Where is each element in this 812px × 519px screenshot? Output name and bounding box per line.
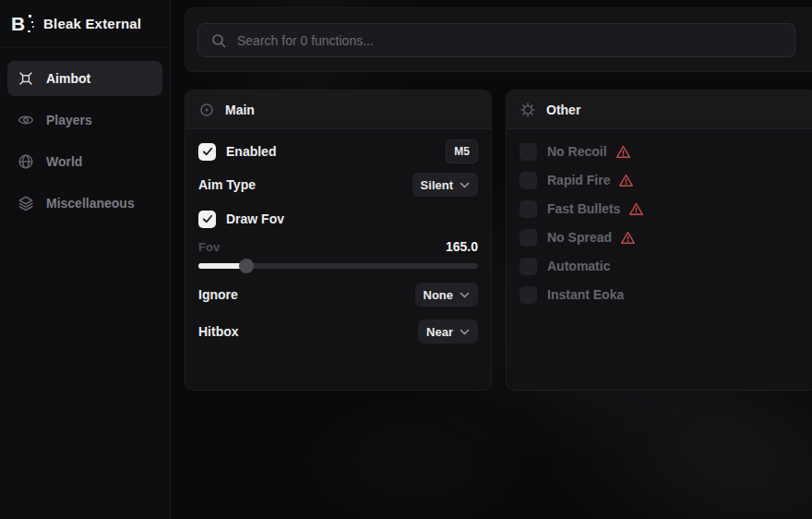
panel-main-header: Main — [185, 91, 491, 129]
sidebar-item-label: Players — [46, 113, 92, 127]
chevron-down-icon — [460, 292, 470, 298]
automatic-label: Automatic — [547, 259, 610, 273]
no-spread-label: No Spread — [547, 230, 612, 245]
instant-eoka-row: Instant Eoka — [519, 283, 804, 307]
instant-eoka-label: Instant Eoka — [547, 287, 624, 302]
no-spread-checkbox[interactable] — [519, 229, 537, 247]
fov-value: 165.0 — [446, 239, 478, 254]
sidebar-item-label: Miscellaneous — [46, 196, 135, 211]
draw-fov-row: Draw Fov — [198, 207, 478, 231]
target-icon — [199, 103, 214, 117]
no-recoil-label: No Recoil — [547, 144, 607, 159]
fast-bullets-label: Fast Bullets — [547, 201, 620, 216]
search-placeholder: Search for 0 functions... — [237, 33, 374, 48]
sidebar-item-players[interactable]: Players — [7, 103, 162, 138]
ignore-value: None — [424, 288, 454, 302]
hitbox-value: Near — [426, 325, 453, 339]
enabled-row: Enabled M5 — [198, 139, 478, 163]
sidebar-item-aimbot[interactable]: Aimbot — [7, 61, 162, 96]
rapid-fire-row: Rapid Fire — [519, 168, 804, 192]
globe-icon — [18, 153, 34, 170]
hitbox-dropdown[interactable]: Near — [418, 320, 478, 344]
check-icon — [202, 213, 213, 224]
warning-icon — [615, 144, 631, 160]
fov-slider-fill — [198, 263, 245, 269]
panel-title: Other — [546, 103, 580, 117]
aim-type-value: Silent — [421, 178, 453, 192]
app-header: B Bleak External — [0, 0, 170, 48]
rapid-fire-label: Rapid Fire — [547, 173, 610, 187]
hitbox-row: Hitbox Near — [198, 320, 478, 344]
sidebar-item-miscellaneous[interactable]: Miscellaneous — [7, 186, 162, 221]
chevron-down-icon — [460, 329, 470, 335]
ignore-dropdown[interactable]: None — [415, 283, 479, 307]
fast-bullets-checkbox[interactable] — [519, 200, 537, 218]
panel-title: Main — [225, 103, 255, 117]
automatic-checkbox[interactable] — [519, 258, 537, 275]
search-icon — [211, 33, 226, 48]
rapid-fire-checkbox[interactable] — [519, 172, 537, 189]
panel-main-body: Enabled M5 Aim Type Silent — [185, 129, 491, 344]
main-content: Search for 0 functions... Main Enabled — [171, 0, 812, 519]
search-bar-container: Search for 0 functions... — [185, 7, 812, 72]
panel-main: Main Enabled M5 Aim Type Silent — [185, 90, 492, 391]
sidebar-item-label: Aimbot — [46, 71, 90, 86]
search-input[interactable]: Search for 0 functions... — [197, 23, 795, 57]
layers-icon — [18, 195, 34, 211]
fov-slider-thumb[interactable] — [239, 259, 254, 273]
enabled-label: Enabled — [226, 144, 276, 159]
enabled-checkbox[interactable] — [198, 143, 216, 161]
sidebar-item-world[interactable]: World — [7, 144, 162, 179]
crosshair-icon — [18, 70, 34, 87]
aim-type-label: Aim Type — [198, 177, 256, 192]
no-spread-row: No Spread — [519, 225, 804, 249]
instant-eoka-checkbox[interactable] — [519, 286, 537, 304]
warning-icon — [628, 201, 644, 217]
chevron-down-icon — [460, 182, 470, 188]
fov-label: Fov — [198, 240, 220, 254]
aim-type-dropdown[interactable]: Silent — [412, 173, 478, 197]
gear-icon — [520, 103, 535, 117]
warning-icon — [620, 230, 636, 246]
automatic-row: Automatic — [519, 254, 804, 278]
app-logo-icon: B — [11, 12, 33, 36]
ignore-row: Ignore None — [198, 283, 478, 307]
fov-slider[interactable] — [198, 260, 478, 272]
app-title: Bleak External — [43, 16, 141, 31]
sidebar: B Bleak External Aimbot — [0, 0, 171, 519]
fov-value-row: Fov 165.0 — [198, 238, 478, 255]
sidebar-nav: Aimbot Players World — [0, 48, 170, 221]
hitbox-label: Hitbox — [198, 324, 239, 339]
no-recoil-row: No Recoil — [519, 139, 804, 163]
sidebar-item-label: World — [46, 154, 82, 169]
draw-fov-checkbox[interactable] — [198, 211, 216, 228]
panel-other: Other No Recoil Rapid Fire — [506, 90, 812, 391]
fast-bullets-row: Fast Bullets — [519, 197, 804, 221]
check-icon — [202, 146, 213, 157]
warning-icon — [618, 173, 634, 188]
draw-fov-label: Draw Fov — [226, 211, 284, 226]
aim-type-row: Aim Type Silent — [198, 173, 478, 197]
no-recoil-checkbox[interactable] — [519, 143, 537, 161]
ignore-label: Ignore — [198, 287, 238, 302]
panel-other-header: Other — [507, 91, 812, 129]
panel-other-body: No Recoil Rapid Fire Fast Bull — [507, 129, 812, 307]
keybind-button[interactable]: M5 — [446, 139, 478, 163]
eye-icon — [18, 112, 34, 128]
